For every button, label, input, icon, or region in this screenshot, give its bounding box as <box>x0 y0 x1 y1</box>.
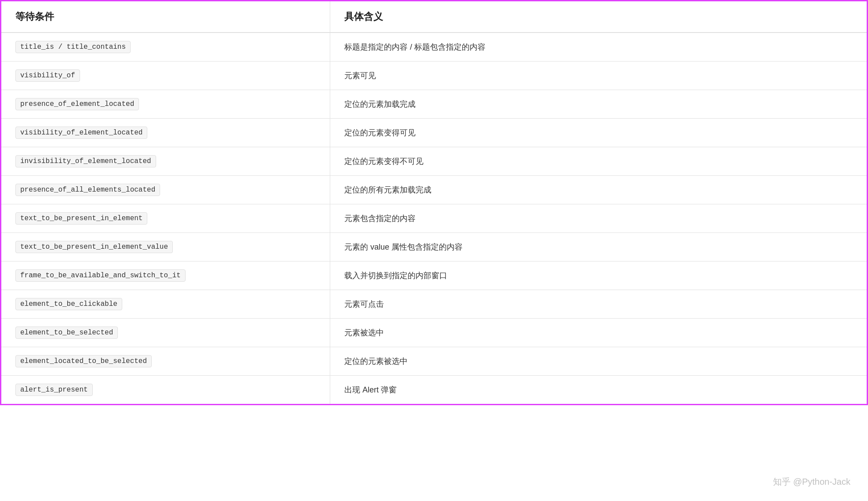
meaning-cell: 元素包含指定的内容 <box>330 204 867 233</box>
condition-badge: visibility_of_element_located <box>15 127 147 139</box>
table-row: presence_of_all_elements_located定位的所有元素加… <box>1 176 867 204</box>
table-row: presence_of_element_located定位的元素加载完成 <box>1 90 867 119</box>
main-table-container: 等待条件 具体含义 title_is / title_contains标题是指定… <box>1 1 867 404</box>
condition-cell: element_to_be_selected <box>1 319 330 347</box>
condition-badge: presence_of_all_elements_located <box>15 184 160 196</box>
meaning-cell: 定位的元素变得不可见 <box>330 147 867 176</box>
condition-cell: presence_of_all_elements_located <box>1 176 330 204</box>
condition-cell: element_located_to_be_selected <box>1 347 330 376</box>
meaning-cell: 标题是指定的内容 / 标题包含指定的内容 <box>330 33 867 62</box>
condition-cell: text_to_be_present_in_element <box>1 204 330 233</box>
meaning-cell: 出现 Alert 弹窗 <box>330 376 867 404</box>
meaning-cell: 元素可点击 <box>330 290 867 319</box>
header-condition: 等待条件 <box>1 1 330 33</box>
table-row: element_to_be_clickable元素可点击 <box>1 290 867 319</box>
table-row: text_to_be_present_in_element元素包含指定的内容 <box>1 204 867 233</box>
condition-badge: element_to_be_clickable <box>15 298 122 310</box>
condition-badge: invisibility_of_element_located <box>15 155 156 167</box>
condition-cell: element_to_be_clickable <box>1 290 330 319</box>
table-row: invisibility_of_element_located定位的元素变得不可… <box>1 147 867 176</box>
condition-cell: invisibility_of_element_located <box>1 147 330 176</box>
condition-cell: visibility_of <box>1 62 330 90</box>
condition-cell: alert_is_present <box>1 376 330 404</box>
table-row: element_to_be_selected元素被选中 <box>1 319 867 347</box>
meaning-cell: 定位的元素被选中 <box>330 347 867 376</box>
wait-conditions-table: 等待条件 具体含义 title_is / title_contains标题是指定… <box>1 1 867 404</box>
meaning-cell: 元素被选中 <box>330 319 867 347</box>
condition-cell: text_to_be_present_in_element_value <box>1 233 330 261</box>
condition-badge: alert_is_present <box>15 384 93 396</box>
table-row: visibility_of_element_located定位的元素变得可见 <box>1 119 867 147</box>
meaning-cell: 定位的所有元素加载完成 <box>330 176 867 204</box>
condition-badge: element_located_to_be_selected <box>15 355 152 367</box>
condition-badge: frame_to_be_available_and_switch_to_it <box>15 269 186 282</box>
condition-cell: visibility_of_element_located <box>1 119 330 147</box>
meaning-cell: 载入并切换到指定的内部窗口 <box>330 261 867 290</box>
condition-badge: text_to_be_present_in_element <box>15 212 147 225</box>
table-header-row: 等待条件 具体含义 <box>1 1 867 33</box>
condition-badge: visibility_of <box>15 69 80 82</box>
condition-badge: text_to_be_present_in_element_value <box>15 241 173 253</box>
condition-cell: title_is / title_contains <box>1 33 330 62</box>
condition-badge: presence_of_element_located <box>15 98 139 110</box>
meaning-cell: 定位的元素变得可见 <box>330 119 867 147</box>
table-row: title_is / title_contains标题是指定的内容 / 标题包含… <box>1 33 867 62</box>
condition-cell: frame_to_be_available_and_switch_to_it <box>1 261 330 290</box>
table-row: text_to_be_present_in_element_value元素的 v… <box>1 233 867 261</box>
condition-badge: element_to_be_selected <box>15 327 118 339</box>
table-row: frame_to_be_available_and_switch_to_it载入… <box>1 261 867 290</box>
condition-cell: presence_of_element_located <box>1 90 330 119</box>
table-row: alert_is_present出现 Alert 弹窗 <box>1 376 867 404</box>
meaning-cell: 元素的 value 属性包含指定的内容 <box>330 233 867 261</box>
table-row: visibility_of元素可见 <box>1 62 867 90</box>
condition-badge: title_is / title_contains <box>15 41 131 53</box>
table-row: element_located_to_be_selected定位的元素被选中 <box>1 347 867 376</box>
meaning-cell: 定位的元素加载完成 <box>330 90 867 119</box>
header-meaning: 具体含义 <box>330 1 867 33</box>
meaning-cell: 元素可见 <box>330 62 867 90</box>
